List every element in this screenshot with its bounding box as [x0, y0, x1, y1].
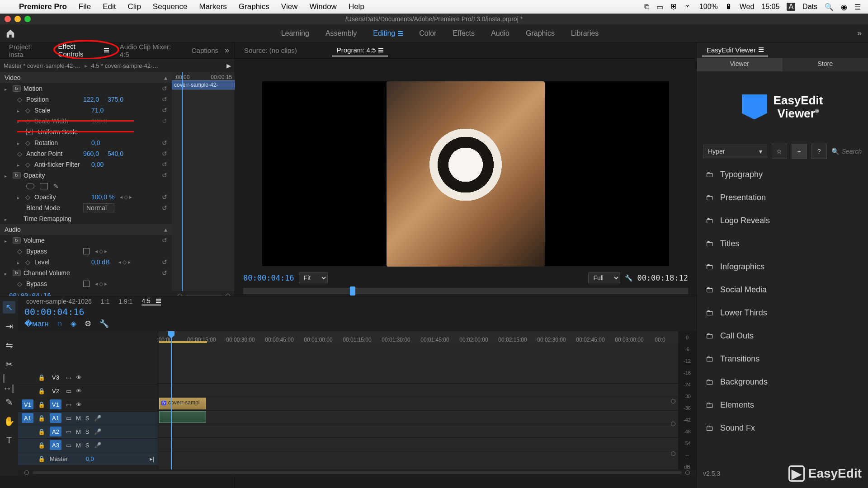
mic-icon[interactable]: 🎤	[94, 428, 101, 435]
display-icon[interactable]: ▭	[656, 3, 663, 11]
reset-icon[interactable]: ↺	[162, 117, 167, 125]
menu-sequence[interactable]: Sequence	[153, 2, 188, 11]
twirl-icon[interactable]	[17, 258, 23, 266]
workspace-learning[interactable]: Learning	[275, 27, 316, 40]
opacity-value[interactable]: 100,0 %	[91, 193, 114, 201]
twirl-icon[interactable]	[17, 193, 23, 201]
menu-markers[interactable]: Markers	[199, 2, 226, 11]
cat-call-outs[interactable]: 🗀Call Outs	[703, 327, 862, 345]
v-scroll-handle[interactable]	[671, 399, 675, 404]
tab-program[interactable]: Program: 4:5	[332, 44, 388, 56]
lock-icon[interactable]: 🔒	[38, 428, 45, 435]
settings-icon[interactable]: ⚙	[85, 319, 91, 328]
home-icon[interactable]	[5, 28, 15, 38]
anchor-y[interactable]: 540,0	[108, 150, 129, 157]
zoom-handle-icon[interactable]	[685, 470, 690, 475]
cat-titles[interactable]: 🗀Titles	[703, 235, 862, 253]
toggle-output-icon[interactable]: ▭	[66, 401, 71, 408]
track-select-tool-icon[interactable]: ⇥	[3, 320, 15, 333]
source-v1[interactable]: V1	[22, 399, 33, 409]
program-scrubber[interactable]	[243, 288, 688, 294]
spotlight-icon[interactable]: 🔍	[825, 3, 834, 11]
hamburger-icon[interactable]	[398, 31, 403, 36]
reset-icon[interactable]: ↺	[162, 237, 167, 244]
wifi-icon[interactable]: ᯤ	[685, 3, 692, 11]
toggle-output-icon[interactable]: ▭	[66, 388, 71, 394]
menu-file[interactable]: File	[79, 2, 91, 11]
lock-icon[interactable]: 🔒	[38, 401, 45, 408]
add-kf-icon[interactable]: ◇	[124, 194, 128, 200]
scale-value[interactable]: 71,0	[91, 107, 113, 114]
search-input[interactable]: 🔍Search	[831, 148, 862, 155]
level-value[interactable]: 0,0 dB	[91, 258, 113, 266]
eye-icon[interactable]: 👁	[76, 374, 82, 381]
go-end-icon[interactable]: ▸|	[150, 455, 154, 462]
twirl-icon[interactable]	[5, 172, 10, 179]
reset-icon[interactable]: ↺	[162, 96, 167, 103]
reset-icon[interactable]: ↺	[162, 85, 167, 92]
cat-logo-reveals[interactable]: 🗀Logo Reveals	[703, 211, 862, 230]
cat-elements[interactable]: 🗀Elements	[703, 396, 862, 414]
video-clip[interactable]: fxcoverr-sampl	[159, 398, 206, 409]
playhead-icon[interactable]	[350, 286, 355, 296]
sequence-tab[interactable]: 4:5	[142, 297, 160, 305]
ripple-tool-icon[interactable]: ⇋	[3, 339, 15, 352]
razor-tool-icon[interactable]: ✂	[3, 358, 15, 371]
cat-social-media[interactable]: 🗀Social Media	[703, 281, 862, 299]
track-a2[interactable]: A2	[50, 427, 61, 436]
toggle-output-icon[interactable]: ▭	[66, 442, 71, 449]
stopwatch-icon[interactable]: ◇	[25, 161, 32, 168]
twirl-icon[interactable]	[17, 107, 23, 114]
reset-icon[interactable]: ↺	[162, 193, 167, 201]
play-icon[interactable]: ▶	[226, 62, 231, 69]
stopwatch-icon[interactable]: ◇	[25, 258, 32, 266]
panel-overflow-icon[interactable]: »	[225, 46, 230, 55]
workspace-effects[interactable]: Effects	[446, 27, 481, 40]
ec-clipbar[interactable]: coverr-sample-42-	[172, 80, 235, 89]
resolution-select[interactable]: Full	[588, 272, 620, 283]
notif-icon[interactable]: ☰	[854, 3, 861, 11]
master-value[interactable]: 0,0	[86, 455, 108, 462]
type-tool-icon[interactable]: T	[3, 434, 15, 446]
hamburger-icon[interactable]	[104, 48, 109, 52]
stopwatch-icon[interactable]: ◇	[17, 150, 24, 157]
user-name[interactable]: Dats	[802, 3, 817, 11]
timeline-playhead[interactable]	[171, 331, 172, 469]
cat-transitions[interactable]: 🗀Transitions	[703, 350, 862, 368]
prev-kf-icon[interactable]: ◂	[120, 194, 123, 200]
track-v2[interactable]: V2	[50, 386, 61, 396]
cat-presentation[interactable]: 🗀Presentation	[703, 188, 862, 207]
lock-icon[interactable]: 🔒	[38, 388, 45, 394]
reset-icon[interactable]: ↺	[162, 269, 167, 277]
fx-badge[interactable]: fx	[13, 85, 21, 92]
menu-graphics[interactable]: Graphics	[239, 2, 269, 11]
tab-project[interactable]: Project: insta	[5, 41, 52, 60]
hamburger-icon[interactable]	[759, 47, 764, 52]
hamburger-icon[interactable]	[156, 299, 161, 303]
lock-icon[interactable]: 🔒	[38, 415, 45, 422]
time-ruler[interactable]: :00:00 00:00:15:00 00:00:30:00 00:00:45:…	[158, 331, 678, 343]
lock-icon[interactable]: 🔒	[38, 442, 45, 449]
collapse-icon[interactable]: ▴	[164, 226, 167, 233]
marker-icon[interactable]: ◈	[71, 319, 76, 328]
twirl-icon[interactable]	[17, 139, 23, 146]
help-icon[interactable]: ?	[811, 144, 827, 159]
battery-pct[interactable]: 100%	[699, 3, 718, 11]
stopwatch-icon[interactable]: ◇	[25, 139, 32, 146]
menu-help[interactable]: Help	[349, 2, 364, 11]
minimize-icon[interactable]	[14, 16, 21, 22]
workspace-editing[interactable]: Editing	[367, 27, 409, 40]
clock-day[interactable]: Wed	[740, 3, 755, 11]
subtab-store[interactable]: Store	[783, 58, 868, 71]
mask-rect-icon[interactable]	[40, 183, 48, 189]
preset-select[interactable]: Hyper▾	[703, 145, 767, 158]
mask-pen-icon[interactable]: ✎	[53, 183, 59, 190]
workspace-graphics[interactable]: Graphics	[519, 27, 561, 40]
uniform-scale-checkbox[interactable]: ✔	[26, 129, 33, 135]
cat-lower-thirds[interactable]: 🗀Lower Thirds	[703, 304, 862, 322]
tab-effect-controls[interactable]: Effect Controls	[54, 41, 113, 61]
fx-badge[interactable]: fx	[13, 172, 21, 178]
twirl-icon[interactable]	[17, 161, 23, 168]
workspace-libraries[interactable]: Libraries	[565, 27, 605, 40]
twirl-icon[interactable]	[5, 85, 10, 92]
